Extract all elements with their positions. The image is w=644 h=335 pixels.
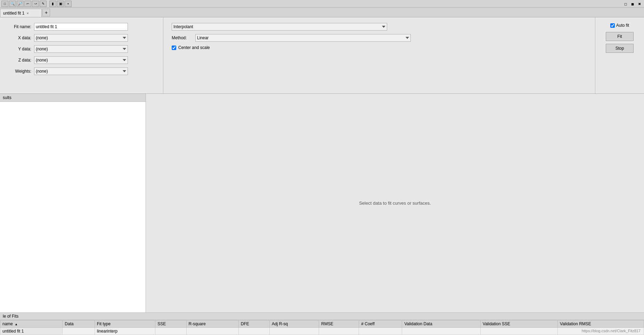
cell-n_coeff	[359, 328, 402, 335]
y-data-select[interactable]: (none)	[34, 45, 128, 53]
col-rmse[interactable]: RMSE	[319, 320, 359, 328]
weights-select[interactable]: (none)	[34, 67, 128, 75]
fit-name-input[interactable]	[34, 23, 128, 31]
close-app-icon[interactable]: ✖	[636, 1, 643, 7]
col-data[interactable]: Data	[63, 320, 95, 328]
window-controls: ◻ ◼ ✖	[622, 1, 643, 7]
autofit-label: Auto fit	[616, 23, 629, 28]
results-plot-area: sults Select data to fit curves or surfa…	[0, 94, 644, 312]
zoom-in-icon[interactable]: 🔍	[9, 1, 16, 7]
tab-label: untitled fit 1	[3, 11, 24, 16]
col-n-coeff[interactable]: # Coeff	[359, 320, 402, 328]
col-sse[interactable]: SSE	[155, 320, 186, 328]
middle-config-panel: Interpolant Method: Linear Center and sc…	[163, 17, 595, 93]
right-config-panel: Auto fit Fit Stop	[595, 17, 644, 93]
col-val-data[interactable]: Validation Data	[402, 320, 480, 328]
center-scale-checkbox[interactable]	[172, 46, 176, 50]
fit-name-label: Fit name:	[7, 24, 31, 29]
toolbar: □ 🔍 🔎 ⤺ ⤻ ✎ ▮ ▣ ▪ ◻ ◼ ✖	[0, 0, 644, 8]
stop-button[interactable]: Stop	[606, 44, 634, 53]
cell-r_square	[186, 328, 238, 335]
y-data-row: Y data: (none)	[7, 45, 156, 53]
cell-name: untitled fit 1	[0, 328, 63, 335]
interpolant-row: Interpolant	[172, 23, 587, 31]
x-data-select[interactable]: (none)	[34, 34, 128, 42]
interpolant-select[interactable]: Interpolant	[172, 23, 387, 31]
x-data-row: X data: (none)	[7, 34, 156, 42]
z-data-row: Z data: (none)	[7, 56, 156, 64]
z-data-label: Z data:	[7, 58, 31, 63]
config-section: Fit name: X data: (none) Y data: (none) …	[0, 17, 644, 94]
add-tab-button[interactable]: +	[42, 9, 50, 16]
plot-area: Select data to fit curves or surfaces.	[146, 94, 644, 312]
plot-placeholder-text: Select data to fit curves or surfaces.	[359, 201, 431, 206]
layout2-icon[interactable]: ▣	[57, 1, 64, 7]
fits-table: name ▲ Data Fit type SSE R-square DFE Ad…	[0, 320, 644, 335]
table-header-bar: le of Fits	[0, 313, 644, 320]
cell-sse	[155, 328, 186, 335]
col-val-sse[interactable]: Validation SSE	[480, 320, 557, 328]
method-label: Method:	[172, 35, 193, 40]
col-name[interactable]: name ▲	[0, 320, 63, 328]
weights-label: Weights:	[7, 69, 31, 74]
cell-val_sse	[480, 328, 557, 335]
fullscreen-icon[interactable]: ◼	[629, 1, 636, 7]
col-dfe[interactable]: DFE	[238, 320, 269, 328]
table-section: le of Fits name ▲ Data Fit type SSE R-sq…	[0, 312, 644, 335]
cell-data	[63, 328, 95, 335]
zoom-out-icon[interactable]: 🔎	[17, 1, 24, 7]
scatter-icon[interactable]: ▪	[65, 1, 72, 7]
col-r-square[interactable]: R-square	[186, 320, 238, 328]
tab-close-button[interactable]: ×	[26, 11, 28, 15]
watermark: https://blog.csdn.net/Clark_Fitz817	[582, 329, 641, 333]
results-panel: sults	[0, 94, 146, 312]
method-row: Method: Linear	[172, 34, 587, 42]
center-scale-label: Center and scale	[178, 45, 210, 50]
y-data-label: Y data:	[7, 47, 31, 51]
print-icon[interactable]: ✎	[40, 1, 47, 7]
tab-untitled-fit-1[interactable]: untitled fit 1 ×	[0, 9, 42, 17]
col-fit-type[interactable]: Fit type	[95, 320, 155, 328]
cell-adj_rsq	[270, 328, 319, 335]
table-header-row: name ▲ Data Fit type SSE R-square DFE Ad…	[0, 320, 644, 328]
undo-icon[interactable]: ⤺	[24, 1, 31, 7]
z-data-select[interactable]: (none)	[34, 56, 128, 64]
cell-val_data	[402, 328, 480, 335]
tab-bar: untitled fit 1 × +	[0, 8, 644, 17]
x-data-label: X data:	[7, 35, 31, 40]
new-icon[interactable]: □	[1, 1, 8, 7]
results-content	[0, 102, 146, 312]
main-container: Fit name: X data: (none) Y data: (none) …	[0, 17, 644, 335]
center-scale-row: Center and scale	[172, 45, 587, 50]
col-adj-rsq[interactable]: Adj R-sq	[270, 320, 319, 328]
table-row[interactable]: untitled fit 1linearinterp	[0, 328, 644, 335]
redo-icon[interactable]: ⤻	[32, 1, 39, 7]
fit-name-row: Fit name:	[7, 23, 156, 31]
method-select[interactable]: Linear	[195, 34, 411, 42]
autofit-row: Auto fit	[610, 23, 629, 28]
cell-dfe	[238, 328, 269, 335]
results-header: sults	[0, 94, 146, 102]
cell-fit_type: linearinterp	[95, 328, 155, 335]
autofit-checkbox[interactable]	[610, 23, 615, 28]
fit-button[interactable]: Fit	[606, 32, 634, 41]
col-val-rmse[interactable]: Validation RMSE	[558, 320, 644, 328]
weights-row: Weights: (none)	[7, 67, 156, 75]
layout1-icon[interactable]: ▮	[49, 1, 56, 7]
left-config-panel: Fit name: X data: (none) Y data: (none) …	[0, 17, 163, 93]
cell-rmse	[319, 328, 359, 335]
tile-icon[interactable]: ◻	[622, 1, 629, 7]
